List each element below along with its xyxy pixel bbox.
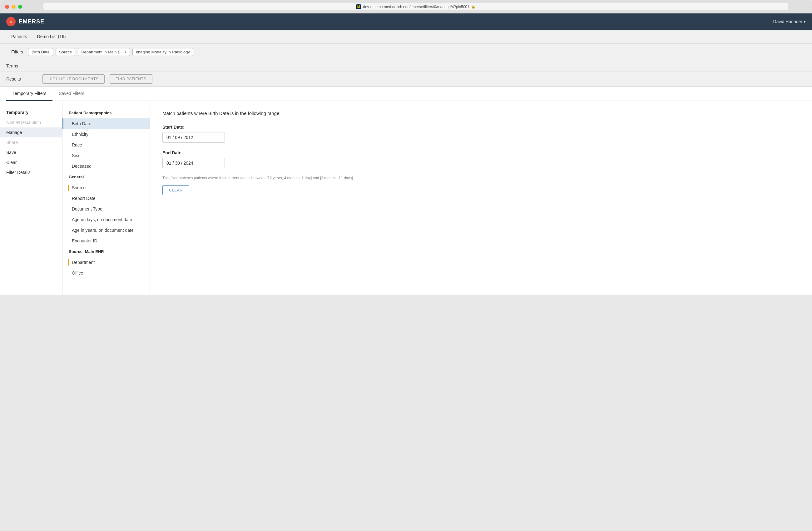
end-date-label: End Date: xyxy=(162,150,799,155)
filter-tag-source[interactable]: Source xyxy=(56,48,75,56)
panel-item-encounter-id[interactable]: Encounter ID xyxy=(62,235,149,246)
site-icon: M xyxy=(356,4,361,9)
tab-temporary-filters[interactable]: Temporary Filters xyxy=(6,87,53,101)
address-text: dev-emerse.med.umich.edu/emerse/filters/… xyxy=(363,5,469,9)
terms-row: Terms xyxy=(0,60,812,72)
sidebar-item-manage[interactable]: Manage xyxy=(0,127,62,138)
panel-item-age-days[interactable]: Age in days, on document date xyxy=(62,214,149,225)
sidebar-item-clear[interactable]: Clear xyxy=(0,157,62,168)
chevron-down-icon: ▾ xyxy=(803,19,806,24)
sidebar-item-name-description: Name/Description xyxy=(0,117,62,127)
age-note: This filter matches patients where their… xyxy=(162,176,799,180)
filters-row: Filters Birth Date Source Department in … xyxy=(0,44,812,60)
filter-tags: Birth Date Source Department in Main EHR… xyxy=(28,48,193,56)
start-date-label: Start Date: xyxy=(162,125,799,130)
right-panel: Match patients where Birth Date is in th… xyxy=(150,101,812,295)
panel-item-office[interactable]: Office xyxy=(62,268,149,278)
highlight-documents-button[interactable]: HIGHLIGHT DOCUMENTS xyxy=(42,74,105,84)
filter-tag-imaging[interactable]: Imaging Modality in Radiology xyxy=(132,48,193,56)
panel-item-age-years[interactable]: Age in years, on document date xyxy=(62,225,149,235)
maximize-button[interactable] xyxy=(18,5,22,9)
user-menu[interactable]: David Hanauer ▾ xyxy=(773,19,806,24)
close-button[interactable] xyxy=(5,5,9,9)
address-bar: M dev-emerse.med.umich.edu/emerse/filter… xyxy=(43,3,788,10)
nav-patients[interactable]: Patients xyxy=(6,30,32,43)
filter-tag-birth-date[interactable]: Birth Date xyxy=(28,48,53,56)
sidebar-item-share: Share xyxy=(0,138,62,147)
app-header: ≡ EMERSE David Hanauer ▾ xyxy=(0,13,812,30)
nav-terms[interactable]: Terms xyxy=(6,63,38,68)
filter-tag-department[interactable]: Department in Main EHR xyxy=(78,48,130,56)
app-logo: ≡ EMERSE xyxy=(6,17,44,26)
logo-icon: ≡ xyxy=(6,17,16,26)
panel-item-birth-date[interactable]: Birth Date xyxy=(62,118,149,129)
sidebar-item-save[interactable]: Save xyxy=(0,147,62,157)
panel-item-sex[interactable]: Sex xyxy=(62,150,149,161)
tab-saved-filters[interactable]: Saved Filters xyxy=(53,87,90,101)
sidebar-item-filter-details[interactable]: Filter Details xyxy=(0,168,62,177)
panel-item-ethnicity[interactable]: Ethnicity xyxy=(62,129,149,140)
minimize-button[interactable] xyxy=(12,5,16,9)
panel-item-source[interactable]: Source xyxy=(62,183,149,193)
find-patients-button[interactable]: FIND PATIENTS xyxy=(110,74,153,84)
nav-demo-list[interactable]: Demo List (16) xyxy=(32,30,71,43)
panel-item-department[interactable]: Department xyxy=(62,257,149,268)
panel-item-race[interactable]: Race xyxy=(62,140,149,150)
end-date-value[interactable]: 01 / 30 / 2024 xyxy=(162,158,225,168)
nav-filters[interactable]: Filters xyxy=(6,46,28,57)
start-date-value[interactable]: 01 / 09 / 2012 xyxy=(162,132,225,143)
panel-item-deceased[interactable]: Deceased xyxy=(62,161,149,171)
clear-button[interactable]: CLEAR xyxy=(162,185,189,195)
section-patient-demographics: Patient Demographics xyxy=(62,107,149,118)
tabs-row: Temporary Filters Saved Filters xyxy=(0,87,812,101)
nav-results[interactable]: Results xyxy=(6,76,38,82)
content-area: Temporary Name/Description Manage Share … xyxy=(0,101,812,295)
panel-item-document-type[interactable]: Document Type xyxy=(62,204,149,214)
main-nav: Patients Demo List (16) xyxy=(0,30,812,44)
section-general: General xyxy=(62,171,149,183)
middle-panel: Patient Demographics Birth Date Ethnicit… xyxy=(62,101,150,295)
section-source-main-ehr: Source: Main EHR xyxy=(62,246,149,257)
results-row: Results HIGHLIGHT DOCUMENTS FIND PATIENT… xyxy=(0,72,812,87)
user-name: David Hanauer xyxy=(773,19,802,24)
panel-item-report-date[interactable]: Report Date xyxy=(62,193,149,204)
match-description: Match patients where Birth Date is in th… xyxy=(162,111,799,116)
end-date-group: End Date: 01 / 30 / 2024 xyxy=(162,150,799,168)
sidebar: Temporary Name/Description Manage Share … xyxy=(0,101,62,295)
lock-icon: 🔒 xyxy=(471,5,476,9)
window-chrome: M dev-emerse.med.umich.edu/emerse/filter… xyxy=(0,0,812,13)
app-name: EMERSE xyxy=(19,18,44,25)
start-date-group: Start Date: 01 / 09 / 2012 xyxy=(162,125,799,143)
sidebar-section-title: Temporary xyxy=(0,107,62,117)
